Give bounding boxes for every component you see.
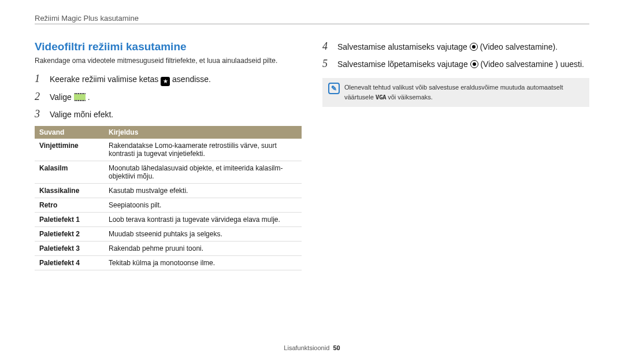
record-icon [470, 60, 478, 68]
mode-star-icon: ★ [161, 77, 170, 86]
page-footer: Lisafunktsioonid 50 [0, 344, 624, 351]
option-name: Paletiefekt 2 [35, 227, 104, 242]
option-desc: Muudab stseenid puhtaks ja selgeks. [104, 227, 302, 242]
table-row: KalasilmMoonutab lähedalasuvaid objekte,… [35, 161, 302, 184]
step-number: 5 [322, 58, 332, 70]
option-name: Paletiefekt 4 [35, 256, 104, 270]
table-row: Paletiefekt 1Loob terava kontrasti ja tu… [35, 213, 302, 227]
header-rule [35, 24, 589, 24]
table-row: Paletiefekt 3Rakendab pehme pruuni tooni… [35, 242, 302, 256]
step-number: 4 [322, 40, 332, 53]
step-text: Keerake režiimi valimise ketas ★ asendis… [50, 74, 211, 86]
step: 5Salvestamise lõpetamiseks vajutage (Vid… [322, 58, 589, 70]
step: 3Valige mõni efekt. [35, 108, 302, 121]
table-header-desc: Kirjeldus [104, 126, 302, 139]
section-intro: Rakendage oma videotele mitmesuguseid fi… [35, 57, 302, 65]
step-number: 1 [35, 73, 44, 85]
step-number: 2 [35, 91, 44, 103]
table-header-option: Suvand [35, 126, 104, 139]
film-icon [74, 93, 86, 101]
option-name: Klassikaline [35, 184, 104, 198]
step: 4Salvestamise alustamiseks vajutage (Vid… [322, 40, 589, 53]
step-number: 3 [35, 108, 44, 120]
step-text: Valige mõni efekt. [50, 109, 113, 121]
table-row: Paletiefekt 2Muudab stseenid puhtaks ja … [35, 227, 302, 242]
option-name: Paletiefekt 3 [35, 242, 104, 256]
step: 1Keerake režiimi valimise ketas ★ asendi… [35, 73, 302, 86]
vga-label: VGA [376, 94, 386, 101]
table-row: VinjettimineRakendatakse Lomo-kaamerate … [35, 139, 302, 161]
effects-table: Suvand Kirjeldus VinjettimineRakendataks… [35, 126, 302, 270]
table-row: KlassikalineKasutab mustvalge efekti. [35, 184, 302, 198]
header-title: Režiimi Magic Plus kasutamine [35, 14, 589, 23]
left-column: Videofiltri režiimi kasutamine Rakendage… [35, 40, 302, 270]
option-desc: Loob terava kontrasti ja tugevate värvid… [104, 213, 302, 227]
step: 2Valige . [35, 91, 302, 103]
option-desc: Rakendab pehme pruuni tooni. [104, 242, 302, 256]
record-icon [470, 43, 478, 51]
section-title: Videofiltri režiimi kasutamine [35, 40, 302, 53]
option-desc: Tekitab külma ja monotoonse ilme. [104, 256, 302, 270]
option-name: Paletiefekt 1 [35, 213, 104, 227]
table-row: Paletiefekt 4Tekitab külma ja monotoonse… [35, 256, 302, 270]
option-desc: Moonutab lähedalasuvaid objekte, et imit… [104, 161, 302, 184]
option-name: Vinjettimine [35, 139, 104, 161]
option-desc: Rakendatakse Lomo-kaamerate retrostiilis… [104, 139, 302, 161]
step-text: Valige . [50, 92, 90, 103]
step-text: Salvestamise lõpetamiseks vajutage (Vide… [337, 59, 584, 70]
info-icon: ✎ [328, 83, 340, 94]
option-name: Kalasilm [35, 161, 104, 184]
table-row: RetroSeepiatoonis pilt. [35, 198, 302, 213]
note-text: Olenevalt tehtud valikust võib salvestus… [344, 83, 584, 102]
step-text: Salvestamise alustamiseks vajutage (Vide… [337, 42, 558, 53]
option-desc: Seepiatoonis pilt. [104, 198, 302, 213]
option-name: Retro [35, 198, 104, 213]
right-column: 4Salvestamise alustamiseks vajutage (Vid… [322, 40, 589, 270]
note-box: ✎ Olenevalt tehtud valikust võib salvest… [322, 78, 589, 107]
option-desc: Kasutab mustvalge efekti. [104, 184, 302, 198]
